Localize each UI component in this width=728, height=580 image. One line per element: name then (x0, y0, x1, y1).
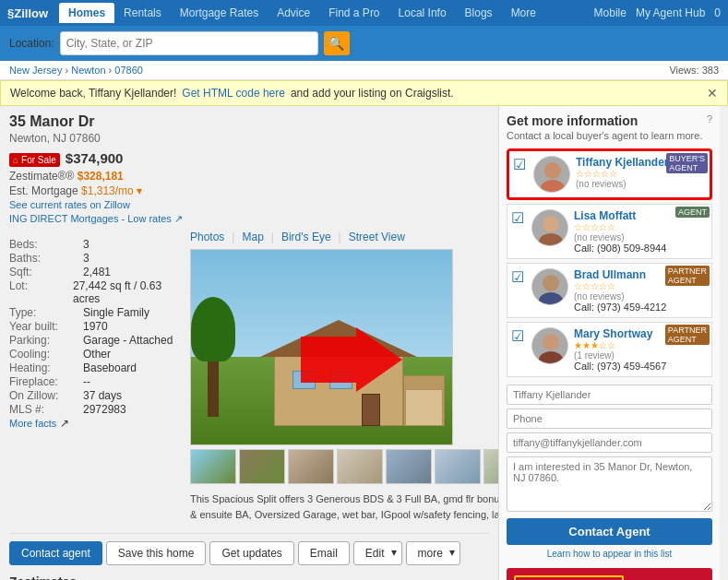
contact-agent-submit-button[interactable]: Contact Agent (507, 518, 712, 545)
svg-point-6 (539, 292, 563, 305)
property-address: 35 Manor Dr (9, 113, 489, 130)
agent-count-badge: 0 (714, 6, 721, 19)
infobar-suffix: and add your listing on Craigslist. (291, 87, 454, 100)
agent-hub-link[interactable]: My Agent Hub (636, 6, 705, 19)
agent-phone-lisa: Call: (908) 509-8944 (574, 243, 708, 254)
agent-reviews-mary: (1 review) (574, 350, 708, 361)
more-actions-button[interactable]: more (406, 541, 460, 565)
map-tab[interactable]: Map (242, 231, 263, 243)
agent-card-lisa[interactable]: ☑ Lisa Moffatt ☆☆☆☆☆ (no reviews) Call: … (507, 204, 712, 259)
thumbnail-6[interactable] (435, 449, 481, 484)
zestimates-title: Zestimates (9, 574, 489, 580)
nav-advice[interactable]: Advice (268, 3, 319, 23)
agent-reviews-brad: (no reviews) (574, 291, 708, 302)
ing-direct-link[interactable]: ING DIRECT Mortgages - Low rates ↗ (9, 213, 183, 224)
right-panel-subtitle: Contact a local buyer's agent to learn m… (507, 130, 712, 141)
wells-fargo-ad[interactable]: WELLS FARGO Estimate your buying power (507, 568, 712, 580)
left-panel: 35 Manor Dr Newton, NJ 07860 ⌂ For Sale … (0, 106, 498, 580)
agent-phone-mary: Call: (973) 459-4567 (574, 361, 708, 372)
thumbnail-2[interactable] (239, 449, 285, 484)
right-nav: Mobile My Agent Hub 0 (594, 6, 721, 19)
svg-point-5 (543, 275, 559, 291)
thumbnail-5[interactable] (386, 449, 432, 484)
right-panel-title: Get more information (507, 113, 638, 128)
breadcrumb-state[interactable]: New Jersey (9, 65, 62, 76)
checkbox-icon: ☑ (513, 156, 526, 173)
mobile-link[interactable]: Mobile (594, 6, 627, 19)
nav-blogs[interactable]: Blogs (456, 3, 502, 23)
nav-local-info[interactable]: Local Info (389, 3, 456, 23)
contact-agent-button[interactable]: Contact agent (9, 541, 102, 565)
nav-links: Homes Rentals Mortgage Rates Advice Find… (59, 3, 545, 23)
agent-avatar-brad (531, 268, 568, 305)
checkbox-icon-lisa: ☑ (511, 209, 524, 227)
property-details: Beds:3 Baths:3 Sqft:2,481 Lot:27,442 sq … (9, 238, 175, 515)
search-input[interactable] (60, 31, 318, 55)
right-panel-info-icon[interactable]: ? (707, 113, 712, 124)
mortgage-row: Est. Mortgage $1,313/mo ▾ (9, 184, 489, 197)
contact-message-input[interactable] (507, 456, 712, 512)
agent-card-brad[interactable]: ☑ Brad Ullmann ☆☆☆☆☆ (no reviews) Call: … (507, 263, 712, 318)
agent-badge-lisa: AGENT (675, 207, 710, 218)
checkbox-icon-mary: ☑ (511, 327, 524, 345)
thumbnail-3[interactable] (288, 449, 334, 484)
infobar-link[interactable]: Get HTML code here (182, 87, 285, 100)
contact-email-input[interactable] (507, 432, 712, 453)
main-photo[interactable] (190, 249, 453, 445)
thumbnail-1[interactable] (190, 449, 236, 484)
property-price: $374,900 (66, 150, 124, 166)
nav-rentals[interactable]: Rentals (114, 3, 171, 23)
right-panel: Get more information ? Contact a local b… (498, 106, 720, 580)
svg-point-4 (539, 233, 563, 246)
agent-badge-brad: PARTNERAGENT (665, 266, 710, 286)
property-city: Newton, NJ 07860 (9, 132, 489, 145)
svg-point-2 (541, 180, 565, 193)
nav-mortgage-rates[interactable]: Mortgage Rates (171, 3, 268, 23)
agent-avatar-lisa (531, 209, 568, 246)
action-bar: Contact agent Save this home Get updates… (9, 533, 489, 565)
edit-button[interactable]: Edit (353, 541, 402, 565)
navbar: §Zillow Homes Rentals Mortgage Rates Adv… (0, 0, 728, 26)
email-button[interactable]: Email (298, 541, 350, 565)
nav-homes[interactable]: Homes (59, 3, 114, 23)
checkbox-icon-brad: ☑ (511, 268, 524, 286)
more-facts-link[interactable]: More facts (9, 418, 56, 429)
agent-card-tiffany[interactable]: ☑ Tiffany Kjellander ☆☆☆☆☆ (no reviews) … (507, 148, 712, 200)
see-rates-link[interactable]: See current rates on Zillow (9, 199, 489, 210)
svg-point-8 (539, 351, 563, 364)
search-button[interactable]: 🔍 (324, 31, 350, 55)
close-infobar-button[interactable]: ✕ (707, 86, 718, 101)
zestimate-value: $328,181 (78, 170, 124, 183)
street-view-tab[interactable]: Street View (349, 231, 405, 243)
views-count: Views: 383 (669, 65, 719, 76)
nav-more[interactable]: More (502, 3, 545, 23)
main-content: 35 Manor Dr Newton, NJ 07860 ⌂ For Sale … (0, 106, 728, 580)
infobar-greeting: Welcome back, Tiffany Kjellander! (10, 87, 176, 100)
get-updates-button[interactable]: Get updates (209, 541, 293, 565)
thumbnail-4[interactable] (337, 449, 383, 484)
contact-name-input[interactable] (507, 385, 712, 405)
breadcrumb: New Jersey › Newton › 07860 Views: 383 (0, 61, 728, 80)
breadcrumb-city[interactable]: Newton (71, 65, 105, 76)
agent-avatar-tiffany (533, 156, 570, 193)
svg-point-1 (544, 162, 561, 179)
appear-in-list-link[interactable]: Learn how to appear in this list (507, 549, 712, 559)
agent-reviews-tiffany: (no reviews) (576, 179, 706, 189)
nav-find-pro[interactable]: Find a Pro (319, 3, 388, 23)
contact-phone-input[interactable] (507, 408, 712, 429)
photos-tab[interactable]: Photos (190, 231, 224, 243)
svg-point-3 (543, 216, 559, 232)
breadcrumb-zip[interactable]: 07860 (114, 65, 143, 76)
info-bar: Welcome back, Tiffany Kjellander! Get HT… (0, 80, 728, 106)
agent-phone-brad: Call: (973) 459-4212 (574, 302, 708, 313)
birds-eye-tab[interactable]: Bird's Eye (281, 231, 331, 243)
contact-form: Contact Agent Learn how to appear in thi… (507, 385, 712, 559)
agent-badge-tiffany: BUYER'SAGENT (666, 153, 708, 173)
search-bar: Location: 🔍 (0, 26, 728, 61)
svg-marker-0 (301, 327, 402, 392)
agent-card-mary[interactable]: ☑ Mary Shortway ★★★☆☆ (1 review) Call: (… (507, 322, 712, 377)
breadcrumb-path: New Jersey › Newton › 07860 (9, 65, 143, 76)
mortgage-value: $1,313/mo ▾ (81, 184, 142, 197)
for-sale-badge: ⌂ For Sale (9, 153, 60, 167)
save-home-button[interactable]: Save this home (106, 541, 207, 565)
